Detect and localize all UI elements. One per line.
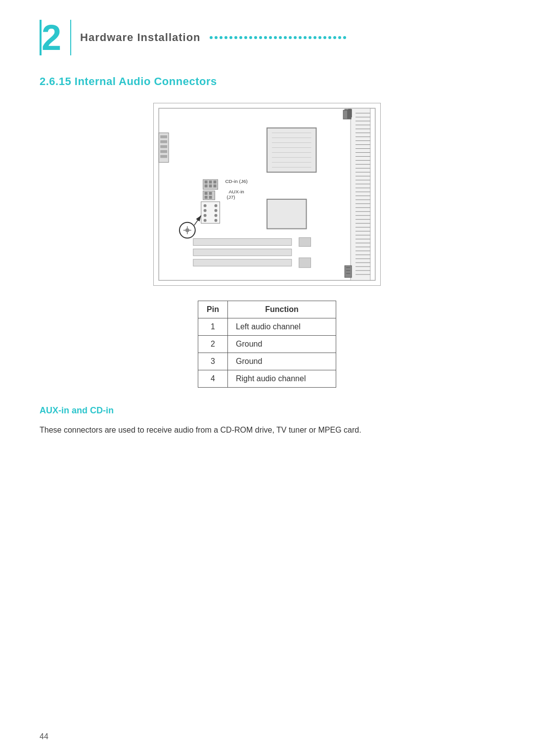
- svg-point-81: [215, 219, 218, 222]
- svg-rect-60: [160, 155, 167, 158]
- svg-rect-95: [299, 258, 311, 267]
- dot-decoration: [284, 36, 287, 39]
- svg-text:CD-in (J6): CD-in (J6): [225, 178, 247, 184]
- svg-rect-64: [214, 180, 217, 183]
- svg-point-76: [204, 209, 207, 212]
- svg-rect-58: [160, 145, 167, 148]
- svg-point-79: [215, 214, 218, 217]
- dot-decoration: [323, 36, 326, 39]
- svg-rect-94: [299, 238, 311, 247]
- dot-decoration: [239, 36, 242, 39]
- dot-decoration: [249, 36, 252, 39]
- svg-rect-62: [205, 180, 208, 183]
- chapter-title: Hardware Installation: [80, 31, 494, 44]
- chapter-title-text: Hardware Installation: [80, 31, 201, 44]
- pin-function: Right audio channel: [228, 370, 336, 388]
- pin-function: Left audio channel: [228, 318, 336, 336]
- svg-rect-72: [209, 196, 212, 199]
- dot-decoration: [224, 36, 227, 39]
- dot-decoration: [318, 36, 321, 39]
- svg-rect-65: [205, 184, 208, 187]
- pin-number: 2: [198, 336, 228, 353]
- svg-rect-46: [267, 128, 316, 173]
- dot-decoration: [244, 36, 247, 39]
- table-row: 3Ground: [198, 353, 336, 370]
- dot-decoration: [289, 36, 292, 39]
- table-row: 1Left audio channel: [198, 318, 336, 336]
- dot-decoration: [234, 36, 237, 39]
- dot-decoration: [259, 36, 262, 39]
- dot-decoration: [304, 36, 307, 39]
- svg-rect-56: [160, 135, 167, 138]
- svg-rect-90: [267, 199, 307, 229]
- pin-function: Ground: [228, 336, 336, 353]
- dot-decoration: [299, 36, 302, 39]
- svg-rect-57: [160, 140, 167, 143]
- svg-point-89: [185, 228, 189, 232]
- body-text: These connectors are used to receive aud…: [40, 424, 386, 437]
- dot-decoration: [333, 36, 336, 39]
- svg-point-80: [204, 219, 207, 222]
- svg-rect-71: [205, 196, 208, 199]
- dot-decoration: [294, 36, 297, 39]
- motherboard-diagram: CD-in (J6) AUX-in (J7): [154, 103, 380, 285]
- dot-decoration: [279, 36, 282, 39]
- table-header-row: Pin Function: [198, 301, 336, 318]
- dot-decoration: [328, 36, 331, 39]
- svg-point-75: [215, 204, 218, 207]
- dot-decoration: [343, 36, 346, 39]
- chapter-number: 2: [42, 20, 71, 55]
- dot-decoration: [215, 36, 218, 39]
- svg-point-78: [204, 214, 207, 217]
- col-function-header: Function: [228, 301, 336, 318]
- svg-rect-97: [347, 110, 351, 119]
- pin-function: Ground: [228, 353, 336, 370]
- pin-number: 1: [198, 318, 228, 336]
- subsection-title: AUX-in and CD-in: [40, 405, 494, 416]
- svg-text:(J7): (J7): [226, 194, 235, 200]
- svg-rect-91: [193, 239, 292, 246]
- dot-decoration: [338, 36, 341, 39]
- svg-point-74: [204, 204, 207, 207]
- svg-point-77: [215, 209, 218, 212]
- svg-rect-93: [193, 259, 292, 266]
- dot-decoration: [309, 36, 312, 39]
- dots-decoration: [210, 36, 346, 39]
- table-row: 4Right audio channel: [198, 370, 336, 388]
- chapter-title-area: Hardware Installation: [80, 31, 494, 44]
- svg-rect-67: [214, 184, 217, 187]
- svg-rect-69: [205, 192, 208, 195]
- diagram-box: CD-in (J6) AUX-in (J7): [153, 103, 381, 286]
- col-pin-header: Pin: [198, 301, 228, 318]
- page-container: 2 Hardware Installation 2.6.15 Internal …: [0, 0, 534, 466]
- pin-number: 4: [198, 370, 228, 388]
- dot-decoration: [313, 36, 316, 39]
- svg-rect-70: [209, 192, 212, 195]
- svg-line-85: [194, 216, 201, 225]
- svg-rect-63: [209, 180, 212, 183]
- svg-rect-59: [160, 150, 167, 153]
- dot-decoration: [264, 36, 267, 39]
- dot-decoration: [274, 36, 277, 39]
- svg-rect-66: [209, 184, 212, 187]
- dot-decoration: [210, 36, 213, 39]
- pin-number: 3: [198, 353, 228, 370]
- svg-rect-92: [193, 249, 292, 256]
- diagram-container: CD-in (J6) AUX-in (J7): [40, 103, 494, 286]
- dot-decoration: [220, 36, 222, 39]
- table-row: 2Ground: [198, 336, 336, 353]
- dot-decoration: [229, 36, 232, 39]
- dot-decoration: [269, 36, 272, 39]
- chapter-header: 2 Hardware Installation: [40, 20, 494, 55]
- page-number: 44: [40, 732, 48, 741]
- section-title: 2.6.15 Internal Audio Connectors: [40, 75, 494, 88]
- svg-text:AUX-in: AUX-in: [228, 189, 244, 194]
- pin-table: Pin Function 1Left audio channel2Ground3…: [198, 301, 336, 388]
- dot-decoration: [254, 36, 257, 39]
- pin-table-container: Pin Function 1Left audio channel2Ground3…: [40, 301, 494, 388]
